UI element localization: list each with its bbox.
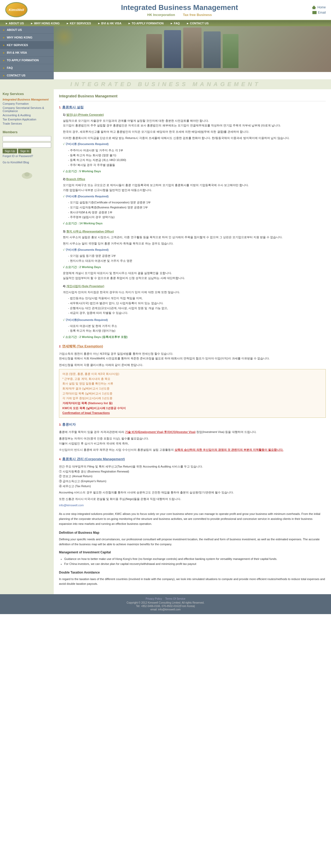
subsection-1-1: 1) 법인(소) (Private Corporate) 설립적으로 모기업이 …	[63, 112, 326, 174]
section-3: 3. 홍콩비자 홍콩에 거주할 목적이 있을 경우 자격과관련에 따라 기술 비…	[59, 422, 326, 452]
sidebar-label-about: ABOUT US	[7, 28, 22, 31]
section-2: 2. 면세혜택 (Tax Exemption) 가업소득의 원천이 홍콩이 아닌…	[59, 343, 326, 418]
ks-link-integrated[interactable]: Integrated Business Management	[3, 98, 51, 101]
subsection-1-2: 2) Branch Office 모기업의 지배구조 또는 규모요건 로 제자사…	[63, 177, 326, 226]
header: KimsWell Integrated Business Management …	[0, 0, 331, 21]
subtitle-hk: HK Incorporation	[147, 13, 175, 17]
ks-link-trade[interactable]: Trade Services	[3, 122, 51, 125]
email-footer-text: email: info@kimswell.com	[3, 608, 328, 611]
arrow-icon-2: ►	[3, 36, 5, 39]
email-label: Email	[318, 11, 326, 14]
definition-section: Definition of Business Map Defining your…	[59, 530, 326, 547]
sidebar-nav-faq[interactable]: ► FAQ	[0, 64, 54, 72]
section-4-num: 4.	[59, 458, 62, 461]
email-link[interactable]: Email	[312, 11, 326, 14]
svg-point-1	[24, 172, 30, 177]
nav-bar: ► ABOUT US ► WHY HONG KONG ► KEY SERVICE…	[0, 21, 331, 26]
sidebar-label-whyhk: WHY HONG KONG	[7, 36, 32, 39]
nav-item-apply[interactable]: ► TO APPLY FORMATION	[128, 22, 164, 25]
nav-item-about[interactable]: ► ABOUT US	[5, 22, 24, 25]
sidebar-label-contact: CONTACT US	[7, 74, 25, 77]
section-1: 1. 홍콩회사 설립 1) 법인(소) (Private Corporate) …	[59, 104, 326, 340]
sidebar-nav-contact[interactable]: ► CONTACT US	[0, 72, 54, 79]
article-title: Integrated Business Management	[59, 93, 326, 101]
watermark-banner: INTEGRATED BUSINESS MANAGEMENT	[0, 79, 331, 89]
section-1-title: 홍콩회사 설립	[62, 105, 84, 109]
section-2-title: 면세혜택 (Tax Exemption)	[62, 344, 103, 348]
sidebar-label-keyservices: KEY SERVICES	[7, 43, 28, 46]
arrow-icon-5: ►	[3, 59, 5, 62]
home-link[interactable]: Home	[312, 5, 326, 9]
nav-item-whyhk[interactable]: ► WHY HONG KONG	[30, 22, 60, 25]
sidebar-nav-apply[interactable]: ► TO APPLY FORMATION	[0, 57, 54, 64]
section-4-header: 4. 홍콩회사 관리 (Corporate Management)	[59, 456, 326, 462]
header-links: Home Email	[312, 5, 326, 14]
sidebar-decoration	[3, 169, 51, 180]
ks-link-tax[interactable]: Tax Exemption Application	[3, 118, 51, 121]
sidebar-nav-about[interactable]: ► ABOUT US	[0, 26, 54, 34]
tel-text: Tel: +852-5466-0166, 070-8502-0162(From …	[3, 604, 328, 608]
sidebar-label-faq: FAQ	[7, 66, 13, 69]
sidebar-content: Key Services Integrated Business Managem…	[0, 89, 54, 594]
site-title: Integrated Business Management	[47, 3, 312, 12]
person-5	[223, 34, 239, 68]
subtitle-tax: Tax free Business	[183, 13, 212, 17]
logo-area: KimsWell	[5, 2, 47, 18]
nav-item-key[interactable]: ► KEY SERVICES	[66, 22, 91, 25]
investment-section: Management of Investment Capital Guidanc…	[59, 550, 326, 567]
double-tax-section: Double Taxation Avoidance In regard to t…	[59, 570, 326, 586]
tos-link[interactable]: Terms Of Service	[165, 597, 186, 600]
description-intro: As a one stop integrated solutions provi…	[59, 512, 326, 526]
members-password-input[interactable]	[3, 143, 51, 148]
person-4	[204, 31, 221, 68]
ks-link-accounting[interactable]: Accounting & Auditing	[3, 114, 51, 117]
privacy-link[interactable]: Privacy Policy	[146, 597, 162, 600]
sidebar-label-bvi: BVI & HK VISA	[7, 51, 27, 54]
header-center: Integrated Business Management HK Incorp…	[47, 3, 312, 17]
main-article: Integrated Business Management 1. 홍콩회사 설…	[54, 89, 331, 594]
sidebar-nav-bvi[interactable]: ► BVI & HK VISA	[0, 49, 54, 57]
key-services-title: Key Services	[3, 92, 51, 96]
section-3-num: 3.	[59, 423, 62, 426]
investment-title: Management of Investment Capital	[59, 550, 326, 555]
double-tax-title: Double Taxation Avoidance	[59, 570, 326, 575]
sidebar-nav-whyhk[interactable]: ► WHY HONG KONG	[0, 34, 54, 41]
main-content: Key Services Integrated Business Managem…	[0, 89, 331, 594]
sidebar-nav-keyservices[interactable]: ► KEY SERVICES	[0, 41, 54, 49]
section-2-header: 2. 면세혜택 (Tax Exemption)	[59, 343, 326, 349]
section-3-header: 3. 홍콩비자	[59, 422, 326, 428]
members-title: Members	[3, 130, 51, 134]
person-1	[146, 34, 162, 68]
section-2-num: 2.	[59, 345, 62, 348]
subsection-1-4: 4) 개인사업자 (Sole Proprietor) 개인사업자 만의의 차이점…	[63, 284, 326, 340]
sidebar: ► ABOUT US ► WHY HONG KONG ► KEY SERVICE…	[0, 26, 54, 79]
arrow-icon-6: ►	[3, 66, 5, 69]
signin-button[interactable]: Sign In	[18, 149, 31, 153]
arrow-icon-3: ►	[3, 44, 5, 46]
arrow-icon: ►	[3, 29, 5, 31]
subsection-1-3: 3) 현지 사무소 (Representative Office) 현지 사무소…	[63, 229, 326, 281]
signup-button[interactable]: Sign Up	[3, 149, 17, 153]
arrow-icon-7: ►	[3, 74, 5, 77]
home-icon	[312, 5, 316, 9]
nav-item-contact[interactable]: ► CONTACT US	[186, 22, 209, 25]
top-section: ► ABOUT US ► WHY HONG KONG ► KEY SERVICE…	[0, 26, 331, 79]
home-label: Home	[318, 5, 326, 9]
nav-item-faq[interactable]: ► FAQ	[170, 22, 180, 25]
person-3	[183, 28, 201, 68]
person-2	[164, 30, 181, 68]
arrow-icon-4: ►	[3, 51, 5, 54]
copyright-text: Copyright © 2012 Kimswell Consulting Lim…	[3, 601, 328, 604]
ks-link-secretarial[interactable]: Company Secretarial Services & Complianc…	[3, 106, 51, 113]
hero-area	[54, 26, 331, 72]
section-3-title: 홍콩비자	[62, 423, 76, 426]
section-1-num: 1.	[59, 106, 62, 109]
ks-link-company[interactable]: Company Formation	[3, 102, 51, 105]
forgot-link[interactable]: Forgot ID or Password?	[3, 154, 51, 158]
nav-item-bvi[interactable]: ► BVI & HK VISA	[98, 22, 121, 25]
blog-link[interactable]: Go to KimsWell Blog	[3, 161, 51, 164]
members-username-input[interactable]	[3, 136, 51, 141]
sidebar-label-apply: TO APPLY FORMATION	[7, 59, 39, 62]
section-4: 4. 홍콩회사 관리 (Corporate Management) 연간 주요 …	[59, 456, 326, 508]
section-1-header: 1. 홍콩회사 설립	[59, 104, 326, 110]
